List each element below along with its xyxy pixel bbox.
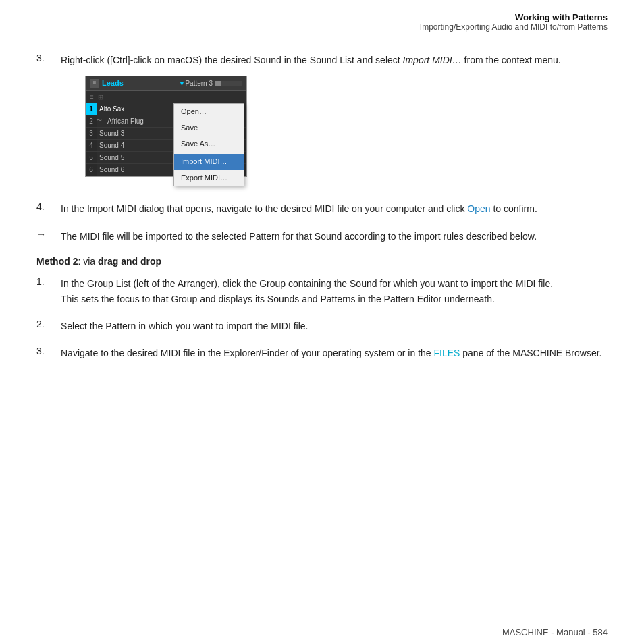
method2-step-3-files-link[interactable]: FILES — [434, 348, 460, 358]
context-menu-save-as[interactable]: Save As… — [174, 136, 244, 153]
page-container: Working with Patterns Importing/Exportin… — [0, 0, 644, 644]
method2-step-3-number: 3. — [36, 346, 61, 356]
ui-row-num-4: 4 — [86, 140, 97, 151]
ui-pattern-label: Pattern 3 — [185, 78, 213, 89]
ui-secondbar: ≡ ⊞ — [86, 91, 246, 103]
context-menu-export-midi[interactable]: Export MIDI… — [174, 170, 244, 186]
main-content: 3. Right-click ([Ctrl]-click on macOS) t… — [0, 39, 644, 414]
method-label: Method 2 — [36, 256, 78, 267]
context-menu-separator — [174, 153, 244, 153]
screenshot-container: ≡ Leads ▼ Pattern 3 — [85, 76, 247, 177]
method2-step-1-text: In the Group List (left of the Arranger)… — [61, 276, 608, 306]
ui-row-num-5: 5 — [86, 152, 97, 163]
ui-grid-icon: ⊞ — [98, 92, 103, 103]
ui-row-num-2: 2 — [86, 115, 97, 127]
step-3-italic: Import MIDI… — [403, 55, 462, 65]
method2-step-3-text: Navigate to the desired MIDI file in the… — [61, 346, 608, 360]
step-4-suffix: to confirm. — [491, 203, 537, 214]
context-menu-save[interactable]: Save — [174, 120, 244, 136]
method-bold: drag and drop — [98, 256, 161, 267]
ui-leads-label: Leads — [102, 78, 176, 90]
ui-screenshot: ≡ Leads ▼ Pattern 3 — [85, 76, 247, 177]
method2-step-3-suffix: pane of the MASCHINE Browser. — [460, 348, 601, 358]
method2-step-2-text: Select the Pattern in which you want to … — [61, 319, 608, 333]
ui-dropdown-arrow: ▼ — [179, 78, 186, 89]
page-header: Working with Patterns Importing/Exportin… — [0, 0, 644, 36]
ui-progress-fill — [215, 81, 221, 86]
step-3-suffix: from the context menu. — [462, 55, 561, 65]
method2-step-2-number: 2. — [36, 319, 61, 329]
page-footer: MASCHINE - Manual - 584 — [0, 620, 644, 644]
ui-row-num-6: 6 — [86, 164, 97, 176]
arrow-block: → The MIDI file will be imported to the … — [36, 229, 608, 244]
context-menu-open[interactable]: Open… — [174, 104, 244, 120]
step-4-text: In the Import MIDI dialog that opens, na… — [61, 201, 608, 216]
ui-topbar: ≡ Leads ▼ Pattern 3 — [86, 76, 246, 91]
step-3-text: Right-click ([Ctrl]-click on macOS) the … — [61, 53, 608, 189]
ui-row-num-1: 1 — [86, 103, 97, 115]
step-3-number: 3. — [36, 53, 61, 63]
footer-text: MASCHINE - Manual - 584 — [502, 627, 608, 637]
step-4-open-link[interactable]: Open — [467, 203, 490, 214]
ui-progress-area — [215, 81, 242, 86]
context-menu-import-midi[interactable]: Import MIDI… — [174, 154, 244, 170]
arrow-symbol: → — [36, 229, 61, 240]
method2-step-1-block: 1. In the Group List (left of the Arrang… — [36, 276, 608, 306]
method2-step-3-block: 3. Navigate to the desired MIDI file in … — [36, 346, 608, 360]
method2-step-1-number: 1. — [36, 276, 61, 287]
method-heading: Method 2: via drag and drop — [36, 256, 608, 267]
step-4-number: 4. — [36, 201, 61, 212]
step-3-text-main: Right-click ([Ctrl]-click on macOS) the … — [61, 55, 403, 65]
ui-menu-icon-2: ≡ — [90, 92, 94, 103]
method-colon: : via — [78, 256, 98, 267]
arrow-text: The MIDI file will be imported to the se… — [61, 229, 608, 244]
step-4-text-main: In the Import MIDI dialog that opens, na… — [61, 203, 467, 214]
step-3-block: 3. Right-click ([Ctrl]-click on macOS) t… — [36, 53, 608, 189]
method2-step-2-block: 2. Select the Pattern in which you want … — [36, 319, 608, 333]
header-title: Working with Patterns — [36, 12, 608, 22]
header-subtitle: Importing/Exporting Audio and MIDI to/fr… — [36, 22, 608, 32]
method2-step-3-text-main: Navigate to the desired MIDI file in the… — [61, 348, 434, 358]
ui-menu-icon: ≡ — [90, 79, 99, 88]
step-4-block: 4. In the Import MIDI dialog that opens,… — [36, 201, 608, 216]
context-menu: Open… Save Save As… Import MIDI… Export … — [173, 103, 244, 186]
ui-progress-bar — [215, 81, 242, 86]
ui-row-num-3: 3 — [86, 128, 97, 139]
ui-waveform-icon: 〜 — [97, 117, 102, 126]
